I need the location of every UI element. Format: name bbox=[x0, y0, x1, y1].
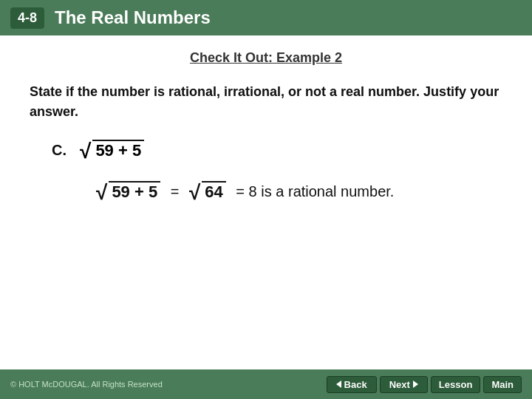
equals-1: = bbox=[166, 183, 183, 200]
solution-radical-2: √ 64 bbox=[189, 181, 226, 202]
next-label: Next bbox=[389, 379, 410, 390]
solution-radicand-2: 64 bbox=[202, 181, 225, 202]
solution-row: √ 59 + 5 = √ 64 = 8 is a rational number… bbox=[96, 181, 502, 202]
lesson-button[interactable]: Lesson bbox=[431, 376, 481, 393]
radicand-1: 59 + 5 bbox=[92, 140, 144, 160]
solution-radicand-1: 59 + 5 bbox=[109, 181, 160, 202]
back-arrow-icon bbox=[336, 381, 341, 388]
back-label: Back bbox=[344, 379, 367, 390]
instruction-text: State if the number is rational, irratio… bbox=[30, 82, 502, 122]
main-content: Check It Out: Example 2 State if the num… bbox=[0, 35, 532, 209]
back-button[interactable]: Back bbox=[327, 376, 377, 393]
solution-radical-sign-1: √ bbox=[96, 183, 107, 203]
solution-radical-sign-2: √ bbox=[189, 183, 200, 203]
copyright-text: © HOLT McDOUGAL. All Rights Reserved bbox=[10, 380, 163, 389]
header-bar: 4-8 The Real Numbers bbox=[0, 0, 532, 35]
next-button[interactable]: Next bbox=[380, 376, 428, 393]
problem-expression: √ 59 + 5 bbox=[80, 140, 144, 160]
footer-buttons: Back Next Lesson Main bbox=[327, 376, 522, 393]
example-title: Check It Out: Example 2 bbox=[30, 50, 502, 66]
header-title: The Real Numbers bbox=[55, 7, 211, 28]
equals-2: = 8 is a rational number. bbox=[232, 183, 395, 200]
solution-radical-1: √ 59 + 5 bbox=[96, 181, 160, 202]
problem-label-c: C. bbox=[52, 142, 66, 159]
main-button[interactable]: Main bbox=[483, 376, 522, 393]
footer-bar: © HOLT McDOUGAL. All Rights Reserved Bac… bbox=[0, 369, 532, 399]
radical-sign-1: √ bbox=[80, 141, 91, 162]
header-badge: 4-8 bbox=[10, 7, 44, 29]
problem-row-c: C. √ 59 + 5 bbox=[52, 140, 502, 160]
next-arrow-icon bbox=[413, 381, 418, 388]
